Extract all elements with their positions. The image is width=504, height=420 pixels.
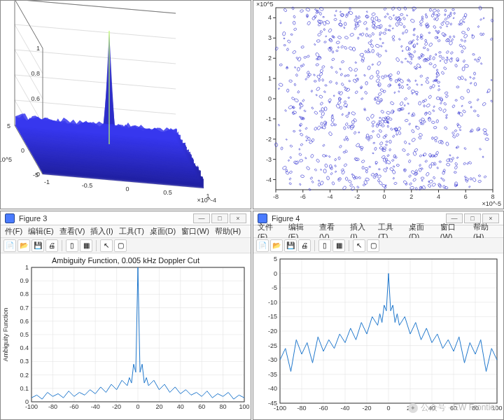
menu-window[interactable]: 窗口(W): [181, 226, 209, 237]
menu-edit[interactable]: 编辑(E): [28, 226, 54, 237]
link-button[interactable]: ▦: [80, 239, 92, 252]
menu-insert[interactable]: 插入(I): [90, 226, 113, 237]
plot-area[interactable]: ✦ 公众号 · EW Frontier: [253, 253, 503, 419]
toolbar: 📄 📂 💾 🖨 ▯ ▦ ↖ ▢: [1, 238, 251, 253]
menu-desktop[interactable]: 桌面(D): [150, 226, 176, 237]
plot-area[interactable]: [1, 1, 251, 209]
maximize-button[interactable]: □: [211, 214, 228, 223]
cursor-button[interactable]: ↖: [100, 239, 113, 252]
save-button[interactable]: 💾: [284, 239, 297, 252]
app-icon: [5, 214, 15, 223]
edit-plot-button[interactable]: ▯: [318, 239, 331, 252]
insert-button[interactable]: ▢: [367, 239, 379, 252]
minimize-button[interactable]: —: [193, 214, 210, 223]
insert-button[interactable]: ▢: [114, 239, 127, 252]
open-button[interactable]: 📂: [270, 239, 283, 252]
new-button[interactable]: 📄: [4, 239, 16, 252]
open-button[interactable]: 📂: [18, 239, 30, 252]
menu-view[interactable]: 查看(V): [59, 226, 85, 237]
cursor-button[interactable]: ↖: [353, 239, 365, 252]
plot-area[interactable]: [253, 1, 503, 209]
menu-file[interactable]: 件(F): [5, 226, 22, 237]
new-button[interactable]: 📄: [256, 239, 269, 252]
link-button[interactable]: ▦: [332, 239, 345, 252]
window-titlebar: Figure 3 — □ ×: [1, 211, 251, 225]
window-title: Figure 4: [272, 214, 442, 223]
window-title: Figure 3: [19, 214, 189, 223]
menu-tools[interactable]: 工具(T): [119, 226, 144, 237]
menubar: 文件(F) 编辑(E) 查看(V) 插入(I) 工具(T) 桌面(D) 窗口(W…: [253, 225, 503, 238]
panel-contour: [253, 0, 504, 209]
chart-title: Ambiguity Function, 0.005 kHz Doppler Cu…: [1, 253, 251, 265]
save-button[interactable]: 💾: [31, 239, 44, 252]
toolbar: 📄 📂 💾 🖨 ▯ ▦ ↖ ▢: [253, 238, 503, 253]
panel-surface-3d: ⌂ ⤢ + – ◫: [0, 0, 251, 209]
edit-plot-button[interactable]: ▯: [66, 239, 78, 252]
print-button[interactable]: 🖨: [46, 239, 58, 252]
panel-figure-3: Figure 3 — □ × 件(F) 编辑(E) 查看(V) 插入(I) 工具…: [0, 211, 251, 420]
print-button[interactable]: 🖨: [298, 239, 311, 252]
menubar: 件(F) 编辑(E) 查看(V) 插入(I) 工具(T) 桌面(D) 窗口(W)…: [1, 225, 251, 238]
panel-figure-4: Figure 4 — □ × 文件(F) 编辑(E) 查看(V) 插入(I) 工…: [253, 211, 504, 420]
close-button[interactable]: ×: [230, 214, 246, 223]
plot-area[interactable]: [1, 265, 251, 419]
menu-help[interactable]: 帮助(H): [215, 226, 241, 237]
